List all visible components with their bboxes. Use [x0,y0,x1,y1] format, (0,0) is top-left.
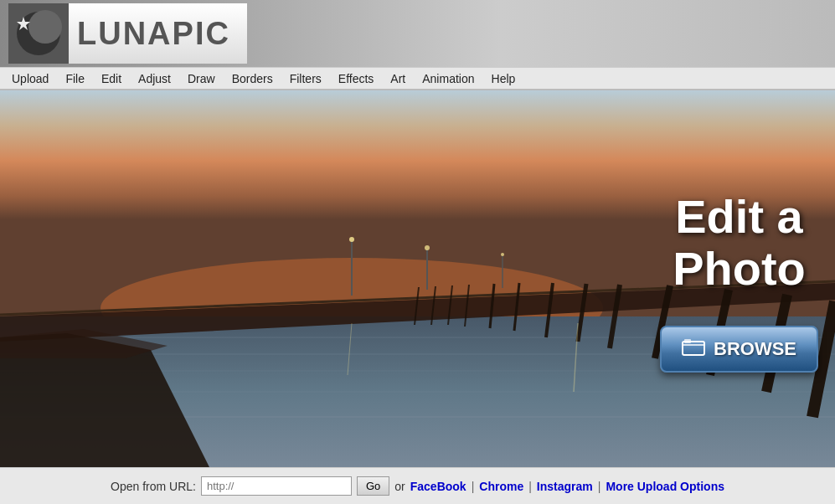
nav-borders[interactable]: Borders [224,69,281,89]
nav-art[interactable]: Art [382,69,414,89]
footer-bar: Open from URL: Go or FaceBook | Chrome |… [0,467,835,504]
browse-label: BROWSE [714,338,796,360]
open-from-url-label: Open from URL: [111,480,196,493]
svg-rect-37 [684,339,691,343]
svg-point-1 [28,10,62,44]
svg-point-33 [501,253,504,256]
browse-button[interactable]: BROWSE [660,326,818,373]
navbar: Upload File Edit Adjust Draw Borders Fil… [0,67,835,90]
url-input[interactable] [201,476,352,496]
nav-adjust[interactable]: Adjust [130,69,179,89]
header: LUNAPIC [0,0,835,67]
or-label: or [394,480,405,493]
hero-text-overlay: Edit a Photo BROWSE [660,191,818,373]
nav-animation[interactable]: Animation [414,69,482,89]
logo-container: LUNAPIC [8,3,247,64]
edit-line1: Edit a [675,190,802,243]
hero-title: Edit a Photo [660,191,818,294]
more-upload-link[interactable]: More Upload Options [606,480,724,493]
go-button[interactable]: Go [357,476,389,496]
instagram-link[interactable]: Instagram [537,480,593,493]
sep3: | [598,480,601,493]
nav-file[interactable]: File [57,69,93,89]
sep2: | [528,480,532,493]
svg-point-31 [425,245,430,250]
hero-image: Edit a Photo BROWSE [0,90,835,467]
nav-help[interactable]: Help [483,69,524,89]
nav-edit[interactable]: Edit [93,69,130,89]
svg-rect-36 [683,342,704,355]
logo-icon [8,3,69,64]
browse-icon [682,337,705,361]
facebook-link[interactable]: FaceBook [410,480,466,493]
nav-filters[interactable]: Filters [281,69,330,89]
chrome-link[interactable]: Chrome [479,480,523,493]
edit-line2: Photo [673,242,806,295]
nav-draw[interactable]: Draw [179,69,224,89]
svg-point-29 [349,237,354,242]
nav-upload[interactable]: Upload [3,69,57,89]
nav-effects[interactable]: Effects [330,69,383,89]
logo-text-container: LUNAPIC [69,3,247,64]
sep1: | [472,480,475,493]
logo-text: LUNAPIC [77,16,230,52]
